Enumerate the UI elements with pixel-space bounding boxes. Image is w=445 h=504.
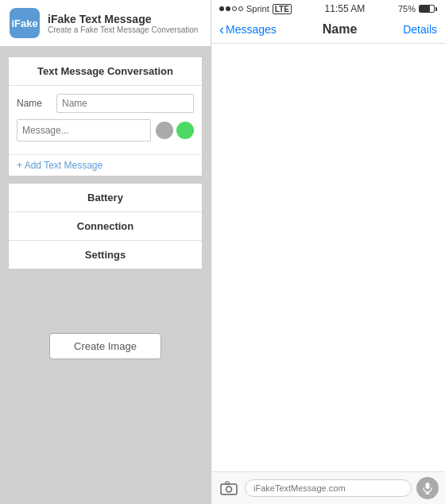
section-title: Text Message Conversation [9, 57, 202, 86]
battery-percent: 75% [398, 4, 416, 14]
app-logo-text: iFake [11, 17, 37, 29]
message-input[interactable] [17, 119, 151, 142]
chevron-left-icon: ‹ [219, 22, 224, 37]
mic-icon[interactable] [416, 477, 439, 499]
battery-accordion[interactable]: Battery [9, 184, 202, 212]
text-message-section: Text Message Conversation Name + Add Tex… [8, 56, 203, 176]
url-input[interactable] [245, 479, 412, 497]
signal-dot-2 [226, 6, 230, 11]
signal-dot-1 [219, 6, 224, 11]
send-icon [176, 122, 194, 139]
nav-title: Name [323, 22, 358, 37]
bottom-bar [211, 471, 445, 504]
signal-dot-3 [232, 6, 237, 11]
left-panel: iFake iFake Text Message Create a Fake T… [0, 0, 211, 504]
svg-rect-2 [226, 482, 229, 484]
message-field-row [17, 119, 194, 142]
camera-icon[interactable] [218, 477, 240, 499]
person-icon [156, 122, 173, 139]
svg-point-1 [226, 487, 232, 492]
add-message-link[interactable]: + Add Text Message [9, 154, 202, 176]
create-image-button[interactable]: Create Image [49, 333, 161, 359]
svg-rect-0 [221, 484, 237, 494]
signal-dots [219, 6, 243, 11]
battery-icon [419, 5, 437, 13]
app-subtitle: Create a Fake Text Message Conversation [48, 25, 198, 34]
app-header-text: iFake Text Message Create a Fake Text Me… [48, 13, 198, 34]
back-label: Messages [226, 23, 277, 36]
chat-area [211, 44, 445, 471]
name-field-row: Name [17, 94, 194, 113]
connection-accordion[interactable]: Connection [9, 212, 202, 241]
status-time: 11:55 AM [325, 3, 366, 14]
app-logo: iFake [10, 8, 40, 38]
back-button[interactable]: ‹ Messages [219, 22, 277, 37]
carrier-text: Sprint [246, 4, 269, 14]
right-panel: Sprint LTE 11:55 AM 75% ‹ Messages Name … [211, 0, 445, 504]
signal-dot-4 [238, 6, 243, 11]
network-badge: LTE [273, 4, 292, 14]
accordion-panel: Battery Connection Settings [8, 183, 203, 269]
settings-accordion[interactable]: Settings [9, 241, 202, 269]
status-left: Sprint LTE [219, 4, 292, 14]
status-bar: Sprint LTE 11:55 AM 75% [211, 0, 445, 17]
app-header: iFake iFake Text Message Create a Fake T… [0, 0, 211, 47]
svg-rect-3 [426, 483, 430, 489]
section-body: Name [9, 86, 202, 154]
details-button[interactable]: Details [403, 23, 437, 36]
nav-bar: ‹ Messages Name Details [211, 17, 445, 44]
app-title: iFake Text Message [48, 13, 198, 25]
status-right: 75% [398, 4, 437, 14]
name-label: Name [17, 98, 56, 109]
message-icons [156, 122, 194, 139]
name-input[interactable] [56, 94, 194, 113]
